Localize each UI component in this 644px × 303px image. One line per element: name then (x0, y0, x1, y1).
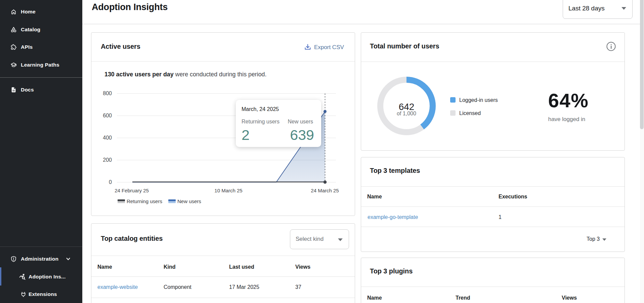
svg-text:400: 400 (103, 135, 112, 141)
svg-text:New users: New users (177, 198, 201, 204)
svg-text:24 February 25: 24 February 25 (115, 188, 149, 193)
svg-text:800: 800 (103, 90, 112, 96)
svg-text:0: 0 (109, 179, 112, 185)
svg-text:Returning users: Returning users (127, 198, 162, 204)
svg-text:200: 200 (103, 157, 112, 163)
svg-text:24 March 25: 24 March 25 (311, 188, 339, 193)
svg-text:10 March 25: 10 March 25 (214, 188, 242, 193)
svg-text:600: 600 (103, 113, 112, 118)
